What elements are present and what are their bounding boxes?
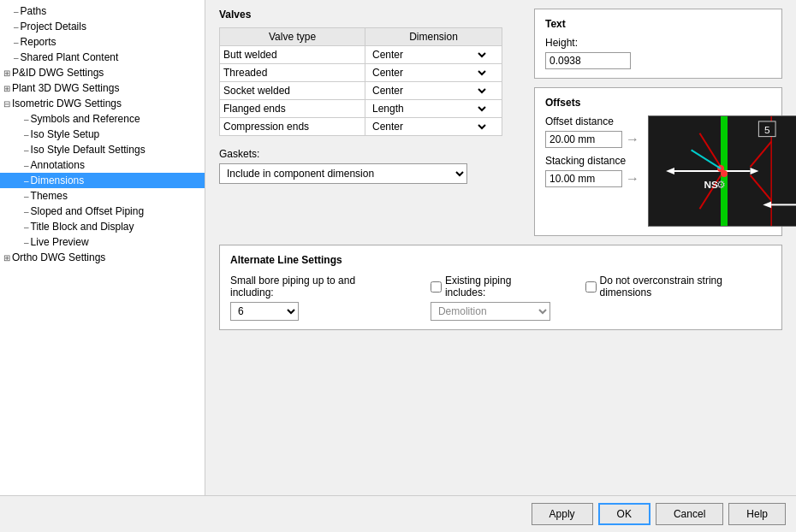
dash-icon12: – <box>24 222 29 232</box>
valve-type-cell: Flanged ends <box>220 100 365 118</box>
gaskets-select[interactable]: Include in component dimensionExclude fr… <box>219 163 467 184</box>
valve-dimension-cell[interactable]: CenterLengthEndFace <box>365 46 502 64</box>
valve-dimension-select[interactable]: CenterLengthEndFace <box>369 48 489 62</box>
plus-icon: ⊞ <box>3 68 10 78</box>
valve-dimension-select[interactable]: CenterLengthEndFace <box>369 66 489 80</box>
footer: Apply OK Cancel Help <box>0 495 796 532</box>
valves-title: Valves <box>219 9 520 21</box>
help-button[interactable]: Help <box>728 503 786 525</box>
dash-icon9: – <box>24 176 29 186</box>
left-panel: Valves Valve type Dimension Butt weldedC… <box>219 9 520 236</box>
sidebar-item-ortho-dwg[interactable]: ⊞ Ortho DWG Settings <box>0 250 205 265</box>
right-panel: Text Height: Offsets Offset distance <box>534 9 782 236</box>
dash-icon10: – <box>24 192 29 201</box>
existing-piping-label: Existing piping includes: <box>445 275 551 299</box>
stacking-distance-label: Stacking distance <box>545 155 639 167</box>
valve-type-cell: Socket welded <box>220 82 365 100</box>
existing-piping-col: Existing piping includes: Demolition New… <box>431 275 551 321</box>
text-section: Text Height: <box>534 9 782 79</box>
main-content: Valves Valve type Dimension Butt weldedC… <box>205 0 796 495</box>
sidebar-item-sloped-piping[interactable]: – Sloped and Offset Piping <box>0 204 205 219</box>
valves-table: Valve type Dimension Butt weldedCenterLe… <box>219 27 502 136</box>
text-title: Text <box>545 18 771 30</box>
offset-distance-arrow: → <box>626 132 639 147</box>
dash-icon: – <box>14 7 19 16</box>
sidebar-item-annotations[interactable]: – Annotations <box>0 157 205 173</box>
gaskets-section: Gaskets: Include in component dimensionE… <box>219 148 520 184</box>
sidebar-item-paths[interactable]: – Paths <box>0 3 205 19</box>
col-valve-type: Valve type <box>220 28 365 46</box>
sidebar-item-iso-style-default[interactable]: – Iso Style Default Settings <box>0 142 205 157</box>
small-bore-col: Small bore piping up to and including: 6… <box>230 275 396 321</box>
valve-dimension-cell[interactable]: CenterLengthEndFace <box>365 118 502 136</box>
sidebar-item-shared-plant[interactable]: – Shared Plant Content <box>0 50 205 65</box>
dash-icon5: – <box>24 115 29 124</box>
dash-icon3: – <box>14 38 19 47</box>
dash-icon4: – <box>14 53 19 62</box>
gaskets-label: Gaskets: <box>219 148 520 160</box>
sidebar-item-themes[interactable]: – Themes <box>0 188 205 204</box>
dash-icon13: – <box>24 238 29 247</box>
minus-icon: ⊟ <box>3 99 10 109</box>
valve-dimension-select[interactable]: CenterLengthEndFace <box>369 120 489 133</box>
svg-text:⚙: ⚙ <box>716 179 726 191</box>
sidebar: – Paths – Project Details – Reports – Sh… <box>0 0 205 495</box>
ok-button[interactable]: OK <box>598 503 650 525</box>
dash-icon7: – <box>24 145 29 155</box>
small-bore-label: Small bore piping up to and including: <box>230 275 396 299</box>
sidebar-item-dimensions[interactable]: – Dimensions <box>0 173 205 188</box>
sidebar-item-isometric-dwg[interactable]: ⊟ Isometric DWG Settings <box>0 96 205 111</box>
sidebar-item-iso-style-setup[interactable]: – Iso Style Setup <box>0 127 205 142</box>
height-label: Height: <box>545 37 771 49</box>
offset-diagram: 5 <box>648 115 796 227</box>
valve-dimension-select[interactable]: CenterLengthEndFace <box>369 102 489 115</box>
do-not-overconstrain-checkbox[interactable] <box>585 281 597 293</box>
plus-icon2: ⊞ <box>3 84 10 93</box>
valve-dimension-select[interactable]: CenterLengthEndFace <box>369 84 489 98</box>
small-bore-select[interactable]: 6 8 10 12 <box>230 302 299 321</box>
valve-type-cell: Threaded <box>220 64 365 82</box>
offset-distance-label: Offset distance <box>545 115 639 127</box>
apply-button[interactable]: Apply <box>532 503 593 525</box>
sidebar-item-live-preview[interactable]: – Live Preview <box>0 234 205 250</box>
stacking-distance-input[interactable] <box>545 170 622 187</box>
do-not-overconstrain-label: Do not overconstrain string dimensions <box>600 275 771 299</box>
valve-dimension-cell[interactable]: CenterLengthEndFace <box>365 100 502 118</box>
height-input[interactable] <box>545 52 631 69</box>
dash-icon8: – <box>24 161 29 170</box>
cancel-button[interactable]: Cancel <box>656 503 723 525</box>
dash-icon2: – <box>14 22 19 32</box>
existing-piping-select[interactable]: Demolition New Existing <box>431 302 550 321</box>
valves-section: Valves Valve type Dimension Butt weldedC… <box>219 9 520 136</box>
sidebar-item-pid-dwg[interactable]: ⊞ P&ID DWG Settings <box>0 65 205 80</box>
offset-distance-input[interactable] <box>545 131 622 148</box>
dash-icon6: – <box>24 130 29 139</box>
dash-icon11: – <box>24 207 29 216</box>
valve-type-cell: Compression ends <box>220 118 365 136</box>
svg-text:5: 5 <box>764 124 770 136</box>
offsets-title: Offsets <box>545 97 771 109</box>
plus-icon3: ⊞ <box>3 253 10 263</box>
sidebar-item-plant3d-dwg[interactable]: ⊞ Plant 3D DWG Settings <box>0 80 205 96</box>
valve-dimension-cell[interactable]: CenterLengthEndFace <box>365 82 502 100</box>
sidebar-item-title-block[interactable]: – Title Block and Display <box>0 219 205 234</box>
stacking-distance-arrow: → <box>626 171 639 186</box>
offsets-section: Offsets Offset distance → <box>534 87 782 236</box>
sidebar-item-project-details[interactable]: – Project Details <box>0 19 205 34</box>
valve-dimension-cell[interactable]: CenterLengthEndFace <box>365 64 502 82</box>
col-dimension: Dimension <box>365 28 502 46</box>
overconstrain-col: Do not overconstrain string dimensions <box>585 275 771 299</box>
sidebar-item-symbols[interactable]: – Symbols and Reference <box>0 111 205 127</box>
alternate-section: Alternate Line Settings Small bore pipin… <box>219 245 782 330</box>
svg-point-17 <box>721 170 728 177</box>
valve-type-cell: Butt welded <box>220 46 365 64</box>
existing-piping-checkbox[interactable] <box>431 281 442 293</box>
alternate-title: Alternate Line Settings <box>230 254 771 266</box>
sidebar-item-reports[interactable]: – Reports <box>0 34 205 50</box>
